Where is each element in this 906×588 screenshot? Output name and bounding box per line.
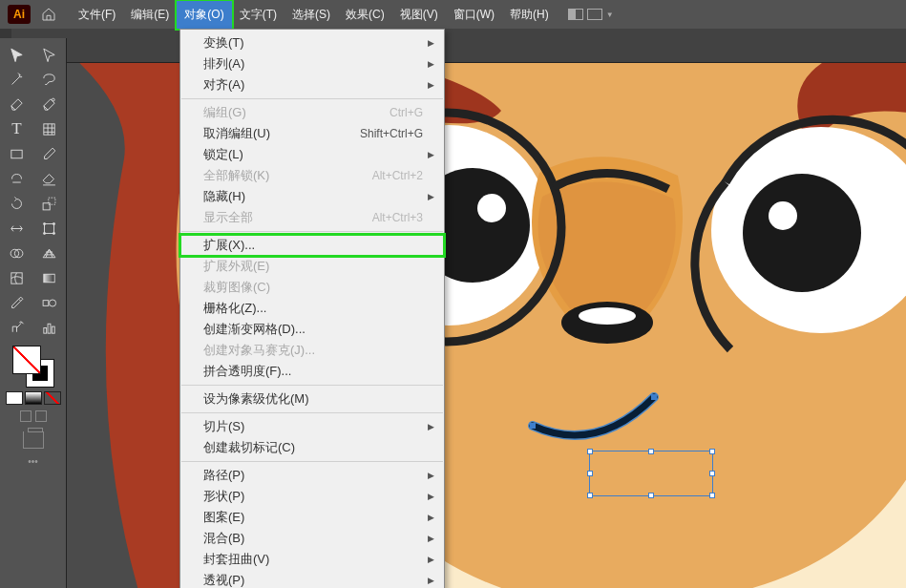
symbol-sprayer-tool[interactable] xyxy=(4,317,31,338)
draw-mode[interactable] xyxy=(20,410,47,422)
menu-编辑[interactable]: 编辑(E) xyxy=(123,1,177,29)
shaper-tool[interactable] xyxy=(4,168,31,189)
menu-item-隐藏H[interactable]: 隐藏(H) xyxy=(180,186,444,207)
line-segment-tool[interactable] xyxy=(36,118,63,139)
menu-item-label: 栅格化(Z)... xyxy=(203,300,266,317)
menu-item-label: 创建对象马赛克(J)... xyxy=(203,342,315,359)
paintbrush-tool[interactable] xyxy=(36,143,63,164)
direct-selection-tool[interactable] xyxy=(36,44,63,65)
menu-item-封套扭曲V[interactable]: 封套扭曲(V) xyxy=(180,549,444,570)
menu-item-锁定L[interactable]: 锁定(L) xyxy=(180,144,444,165)
menu-item-label: 编组(G) xyxy=(203,104,246,121)
menu-item-创建渐变网格D[interactable]: 创建渐变网格(D)... xyxy=(180,319,444,340)
menu-separator xyxy=(181,461,443,462)
shape-builder-tool[interactable] xyxy=(4,242,31,263)
svg-rect-6 xyxy=(11,150,22,158)
free-transform-tool[interactable] xyxy=(36,218,63,239)
menu-对象[interactable]: 对象(O) xyxy=(177,1,231,29)
svg-rect-16 xyxy=(11,272,22,283)
menu-窗口[interactable]: 窗口(W) xyxy=(446,1,502,29)
selection-bounding-box[interactable] xyxy=(589,451,713,496)
menu-item-label: 全部解锁(K) xyxy=(203,167,269,184)
menu-item-混合B[interactable]: 混合(B) xyxy=(180,528,444,549)
menu-文字[interactable]: 文字(T) xyxy=(232,1,284,29)
svg-point-11 xyxy=(53,222,54,224)
menu-视图[interactable]: 视图(V) xyxy=(392,1,446,29)
column-graph-tool[interactable] xyxy=(36,317,63,338)
menu-item-栅格化Z[interactable]: 栅格化(Z)... xyxy=(180,298,444,319)
object-menu-dropdown: 变换(T)排列(A)对齐(A)编组(G)Ctrl+G取消编组(U)Shift+C… xyxy=(179,29,445,588)
menu-item-取消编组U[interactable]: 取消编组(U)Shift+Ctrl+G xyxy=(180,123,444,144)
menu-item-label: 创建渐变网格(D)... xyxy=(203,321,306,338)
perspective-grid-tool[interactable] xyxy=(36,242,63,263)
menu-item-图案E[interactable]: 图案(E) xyxy=(180,507,444,528)
curvature-tool[interactable] xyxy=(36,94,63,115)
menu-item-shortcut: Alt+Ctrl+3 xyxy=(372,211,423,224)
menu-效果[interactable]: 效果(C) xyxy=(338,1,392,29)
menu-item-label: 取消编组(U) xyxy=(203,125,270,142)
arrange-documents[interactable]: ▼ xyxy=(568,9,614,20)
menu-separator xyxy=(181,231,443,232)
svg-rect-20 xyxy=(44,327,47,333)
color-mode-swatches[interactable] xyxy=(6,391,61,405)
app-logo: Ai xyxy=(8,5,31,24)
home-icon[interactable] xyxy=(40,6,57,23)
menu-item-拼合透明度F[interactable]: 拼合透明度(F)... xyxy=(180,361,444,382)
menu-item-label: 裁剪图像(C) xyxy=(203,279,270,296)
scale-tool[interactable] xyxy=(36,193,63,214)
rectangle-tool[interactable] xyxy=(4,143,31,164)
menu-item-创建对象马赛克J: 创建对象马赛克(J)... xyxy=(180,340,444,361)
type-tool[interactable]: T xyxy=(4,118,31,139)
menu-item-显示全部: 显示全部Alt+Ctrl+3 xyxy=(180,207,444,228)
menu-item-label: 拼合透明度(F)... xyxy=(203,363,291,380)
eyedropper-tool[interactable] xyxy=(4,292,31,313)
blend-tool[interactable] xyxy=(36,292,63,313)
menu-item-label: 扩展外观(E) xyxy=(203,258,269,275)
width-tool[interactable] xyxy=(4,218,31,239)
menu-item-编组G: 编组(G)Ctrl+G xyxy=(180,102,444,123)
menu-帮助[interactable]: 帮助(H) xyxy=(502,1,557,29)
menu-item-扩展X[interactable]: 扩展(X)... xyxy=(180,235,444,256)
menu-item-label: 封套扭曲(V) xyxy=(203,551,269,568)
svg-point-13 xyxy=(53,232,54,234)
menu-item-创建裁切标记C[interactable]: 创建裁切标记(C) xyxy=(180,437,444,458)
menu-item-label: 切片(S) xyxy=(203,418,244,435)
menu-item-透视P[interactable]: 透视(P) xyxy=(180,570,444,588)
menu-item-label: 隐藏(H) xyxy=(203,188,245,205)
svg-point-19 xyxy=(50,299,56,305)
selection-tool[interactable] xyxy=(4,44,31,65)
menu-item-label: 形状(P) xyxy=(203,488,244,505)
edit-toolbar-icon[interactable]: ••• xyxy=(28,456,38,467)
menu-item-shortcut: Alt+Ctrl+2 xyxy=(372,169,423,182)
magic-wand-tool[interactable] xyxy=(4,69,31,90)
gradient-tool[interactable] xyxy=(36,267,63,288)
tools-panel: T ••• xyxy=(0,38,67,588)
svg-rect-1 xyxy=(44,123,54,134)
pen-tool[interactable] xyxy=(4,94,31,115)
mesh-tool[interactable] xyxy=(4,267,31,288)
screen-mode[interactable] xyxy=(23,431,44,449)
svg-point-28 xyxy=(769,201,797,230)
fill-stroke-swatch[interactable] xyxy=(12,346,54,388)
menu-item-label: 扩展(X)... xyxy=(203,237,255,254)
menu-item-排列A[interactable]: 排列(A) xyxy=(180,53,444,74)
svg-rect-22 xyxy=(52,326,54,333)
menu-选择[interactable]: 选择(S) xyxy=(284,1,338,29)
menu-item-变换T[interactable]: 变换(T) xyxy=(180,32,444,53)
eraser-tool[interactable] xyxy=(36,168,63,189)
menu-item-设为像素级优化M[interactable]: 设为像素级优化(M) xyxy=(180,388,444,410)
svg-rect-32 xyxy=(530,423,536,429)
lasso-tool[interactable] xyxy=(36,69,63,90)
menu-item-切片S[interactable]: 切片(S) xyxy=(180,416,444,437)
menu-item-路径P[interactable]: 路径(P) xyxy=(180,465,444,486)
svg-point-12 xyxy=(43,232,45,234)
menu-item-label: 图案(E) xyxy=(203,509,244,526)
svg-point-10 xyxy=(43,222,45,224)
svg-rect-18 xyxy=(43,300,49,305)
menu-文件[interactable]: 文件(F) xyxy=(71,1,123,29)
svg-rect-21 xyxy=(48,324,51,333)
menu-item-形状P[interactable]: 形状(P) xyxy=(180,486,444,507)
menu-item-label: 创建裁切标记(C) xyxy=(203,439,295,456)
menu-item-对齐A[interactable]: 对齐(A) xyxy=(180,74,444,95)
rotate-tool[interactable] xyxy=(4,193,31,214)
